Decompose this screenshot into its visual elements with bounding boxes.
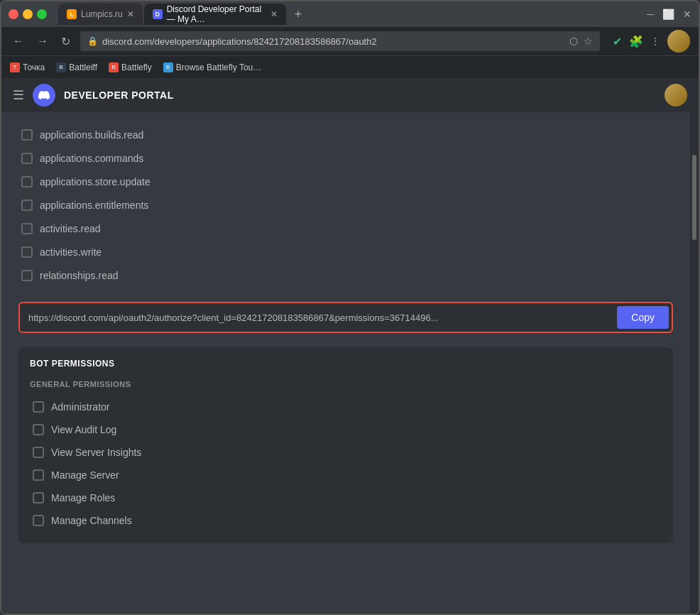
perm-label-view-server-insights: View Server Insights [51, 447, 141, 458]
restore-icon[interactable]: ⬜ [662, 9, 674, 20]
puzzle-icon[interactable]: 🧩 [629, 35, 643, 48]
perm-checkbox-administrator[interactable] [33, 401, 44, 413]
perm-item-view-audit-log: View Audit Log [30, 418, 662, 441]
scope-item-activities-write: activities.write [18, 241, 673, 264]
scope-label-applications-builds-read: applications.builds.read [40, 129, 143, 141]
scope-item-relationships-read: relationships.read [18, 264, 673, 288]
toolbar-icons: ✔ 🧩 ⋮ [613, 30, 690, 53]
bookmark-browse-label: Browse Battlefly Tou… [176, 62, 262, 72]
lock-icon: 🔒 [87, 36, 98, 46]
perm-item-administrator: Administrator [30, 396, 662, 418]
scope-item-applications-entitlements: applications.entitlements [18, 194, 673, 217]
dev-main-area: applications.builds.read applications.co… [1, 112, 699, 614]
address-input-box[interactable]: 🔒 discord.com/developers/applications/82… [80, 31, 600, 51]
scope-label-relationships-read: relationships.read [40, 270, 119, 281]
scrollbar-track[interactable] [690, 112, 699, 614]
oauth-url-text: https://discord.com/api/oauth2/authorize… [28, 312, 611, 323]
portal-title: DEVELOPER PORTAL [64, 89, 174, 101]
dev-topbar: ☰ DEVELOPER PORTAL [1, 78, 699, 112]
star-icon[interactable]: ☆ [584, 36, 593, 47]
tab-bar: L Lumpics.ru ✕ D Discord Developer Porta… [58, 4, 635, 25]
close-icon[interactable]: ✕ [683, 9, 691, 20]
perm-label-manage-server: Manage Server [51, 469, 119, 481]
scope-checkbox-relationships-read[interactable] [21, 270, 33, 281]
user-avatar[interactable] [665, 84, 687, 107]
tab-lumpics-close[interactable]: ✕ [127, 9, 134, 19]
cast-icon[interactable]: ⬡ [569, 36, 578, 47]
bookmarks-bar: Т Точка B Battleiff B Battlefly B Browse… [1, 55, 699, 78]
browser-titlebar: L Lumpics.ru ✕ D Discord Developer Porta… [1, 1, 699, 27]
perm-label-manage-channels: Manage Channels [51, 515, 132, 526]
perm-item-view-server-insights: View Server Insights [30, 441, 662, 464]
scope-item-applications-commands: applications.commands [18, 147, 673, 170]
page-content: ☰ DEVELOPER PORTAL appl [1, 78, 699, 614]
bookmark-battlefly[interactable]: B Battlefly [109, 62, 152, 72]
perm-item-manage-roles: Manage Roles [30, 486, 662, 509]
menu-dots-icon[interactable]: ⋮ [650, 36, 660, 47]
bookmark-battlefly-label: Battlefly [121, 62, 152, 72]
reload-button[interactable]: ↻ [58, 32, 73, 51]
bookmark-battlefly-favicon: B [109, 62, 119, 72]
scope-label-activities-write: activities.write [40, 246, 102, 258]
perm-item-manage-server: Manage Server [30, 464, 662, 486]
bookmark-tochka[interactable]: Т Точка [10, 62, 45, 72]
scope-item-applications-store-update: applications.store.update [18, 170, 673, 194]
perm-label-manage-roles: Manage Roles [51, 492, 115, 504]
scope-checkbox-activities-read[interactable] [21, 223, 33, 234]
scope-checkbox-applications-commands[interactable] [21, 153, 33, 164]
dev-content-scroll[interactable]: applications.builds.read applications.co… [1, 112, 690, 614]
tab-discord[interactable]: D Discord Developer Portal — My A… ✕ [144, 4, 286, 25]
scopes-section: applications.builds.read applications.co… [18, 124, 673, 288]
scope-checkbox-applications-store-update[interactable] [21, 176, 33, 187]
scope-label-applications-store-update: applications.store.update [40, 176, 151, 187]
scope-label-applications-commands: applications.commands [40, 153, 143, 164]
extension-check-icon[interactable]: ✔ [613, 35, 622, 48]
new-tab-button[interactable]: + [288, 4, 310, 25]
bookmark-battleiff-label: Battleiff [69, 62, 97, 72]
minimize-button[interactable] [23, 9, 33, 19]
back-button[interactable]: ← [10, 32, 27, 50]
tab-lumpics[interactable]: L Lumpics.ru ✕ [58, 4, 143, 25]
maximize-button[interactable] [37, 9, 47, 19]
bot-permissions-title: BOT PERMISSIONS [30, 359, 662, 369]
dev-portal: ☰ DEVELOPER PORTAL appl [1, 78, 699, 614]
scope-item-applications-builds-read: applications.builds.read [18, 124, 673, 147]
lumpics-favicon: L [67, 9, 77, 19]
bookmark-browse-battlefly[interactable]: B Browse Battlefly Tou… [163, 62, 262, 72]
minimize-icon[interactable]: ─ [647, 9, 654, 20]
close-button[interactable] [9, 9, 18, 19]
general-permissions-title: GENERAL PERMISSIONS [30, 380, 662, 388]
scope-checkbox-activities-write[interactable] [21, 246, 33, 258]
scrollbar-thumb[interactable] [692, 155, 696, 240]
perm-label-administrator: Administrator [51, 401, 109, 413]
browser-window: L Lumpics.ru ✕ D Discord Developer Porta… [0, 0, 700, 615]
url-display: discord.com/developers/applications/8242… [102, 36, 565, 47]
perm-checkbox-manage-channels[interactable] [33, 515, 44, 526]
scope-label-activities-read: activities.read [40, 223, 101, 234]
forward-button[interactable]: → [34, 32, 51, 50]
browser-profile-avatar[interactable] [667, 30, 690, 53]
bookmark-tochka-favicon: Т [10, 62, 20, 72]
bookmark-battleiff[interactable]: B Battleiff [56, 62, 97, 72]
bot-permissions-section: BOT PERMISSIONS GENERAL PERMISSIONS Admi… [18, 347, 673, 543]
discord-logo [33, 84, 55, 107]
scope-checkbox-applications-builds-read[interactable] [21, 129, 33, 141]
tab-lumpics-label: Lumpics.ru [81, 9, 123, 19]
perm-label-view-audit-log: View Audit Log [51, 424, 116, 435]
perm-checkbox-manage-roles[interactable] [33, 492, 44, 504]
scope-label-applications-entitlements: applications.entitlements [40, 200, 148, 211]
tab-discord-label: Discord Developer Portal — My A… [167, 4, 266, 24]
perm-checkbox-manage-server[interactable] [33, 469, 44, 481]
perm-checkbox-view-audit-log[interactable] [33, 424, 44, 435]
perm-checkbox-view-server-insights[interactable] [33, 447, 44, 458]
bookmark-browse-favicon: B [163, 62, 173, 72]
scope-item-activities-read: activities.read [18, 217, 673, 241]
copy-button[interactable]: Copy [617, 306, 669, 329]
tab-discord-close[interactable]: ✕ [270, 9, 278, 19]
window-controls [9, 9, 47, 19]
bookmark-battleiff-favicon: B [56, 62, 66, 72]
discord-favicon: D [153, 9, 163, 19]
hamburger-icon[interactable]: ☰ [13, 87, 24, 103]
oauth-url-box: https://discord.com/api/oauth2/authorize… [18, 302, 673, 333]
scope-checkbox-applications-entitlements[interactable] [21, 200, 33, 211]
